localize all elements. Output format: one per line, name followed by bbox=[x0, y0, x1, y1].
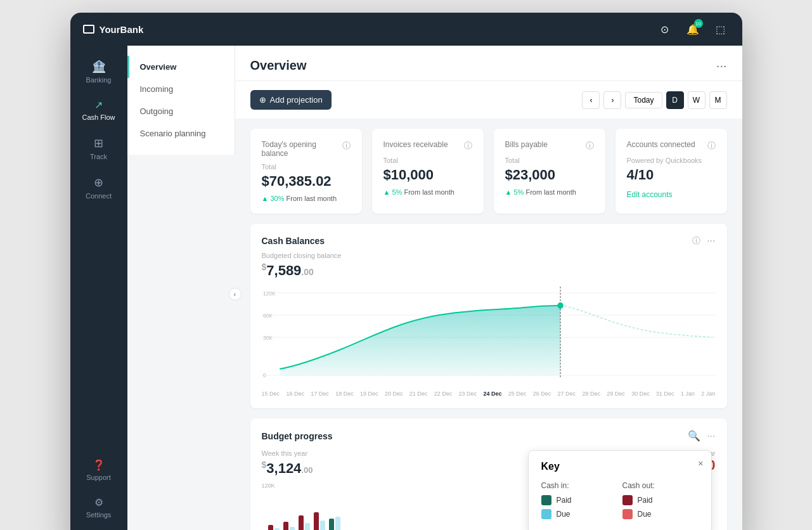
key-cash-in-due: Due bbox=[541, 509, 617, 519]
track-icon: ⊞ bbox=[94, 136, 103, 150]
svg-rect-14 bbox=[299, 515, 304, 530]
stat-change-1: ▲ 5% From last month bbox=[383, 188, 472, 196]
stat-info-icon-0[interactable]: ⓘ bbox=[342, 140, 351, 152]
sidebar-item-settings[interactable]: ⚙ Settings bbox=[75, 490, 123, 525]
stat-card-accounts: Accounts connected ⓘ Powered by Quickboo… bbox=[615, 129, 727, 214]
cash-out-due-swatch bbox=[622, 509, 633, 519]
svg-rect-19 bbox=[335, 517, 340, 530]
page-header: Overview ··· bbox=[235, 46, 742, 81]
chart-x-labels: 15 Dec 16 Dec 17 Dec 18 Dec 19 Dec 20 De… bbox=[262, 391, 716, 397]
sidebar: 🏦 Banking ↗ Cash Flow ⊞ Track ⊕ Connect … bbox=[70, 46, 127, 530]
stat-info-icon-2[interactable]: ⓘ bbox=[586, 140, 594, 152]
prev-arrow-btn[interactable]: ‹ bbox=[582, 91, 600, 109]
view-m-button[interactable]: M bbox=[709, 91, 727, 109]
stat-value-2: $23,000 bbox=[505, 167, 594, 183]
budget-header: Budget progress 🔍 ··· bbox=[262, 430, 716, 442]
subnav-collapse-btn[interactable]: ‹ bbox=[229, 288, 242, 301]
subnav-overview[interactable]: Overview bbox=[127, 56, 235, 78]
help-icon-btn[interactable]: ⊙ bbox=[656, 20, 674, 38]
sidebar-item-track[interactable]: ⊞ Track bbox=[75, 130, 123, 167]
logout-icon-btn[interactable]: ⬚ bbox=[712, 20, 730, 38]
svg-rect-15 bbox=[305, 523, 310, 530]
cash-out-due-label: Due bbox=[638, 510, 652, 519]
topbar-icons: ⊙ 🔔 10 ⬚ bbox=[656, 20, 730, 38]
today-button[interactable]: Today bbox=[625, 92, 662, 108]
stat-info-icon-1[interactable]: ⓘ bbox=[464, 140, 472, 152]
cash-balances-section: Cash Balances ⓘ ··· Budgeted closing bal… bbox=[250, 224, 727, 408]
budget-search-icon[interactable]: 🔍 bbox=[688, 430, 700, 442]
edit-accounts-link[interactable]: Edit accounts bbox=[627, 190, 673, 199]
notifications-icon-btn[interactable]: 🔔 10 bbox=[684, 20, 702, 38]
subnav-incoming[interactable]: Incoming bbox=[127, 78, 235, 100]
sidebar-item-support[interactable]: ❓ Support bbox=[75, 453, 123, 488]
view-d-button[interactable]: D bbox=[666, 91, 684, 109]
sidebar-item-cashflow[interactable]: ↗ Cash Flow bbox=[75, 93, 123, 127]
sidebar-label-support: Support bbox=[86, 474, 111, 481]
stat-label-2: Total bbox=[505, 157, 594, 164]
connect-icon: ⊕ bbox=[94, 176, 103, 190]
page-more-btn[interactable]: ··· bbox=[716, 58, 727, 73]
area-chart-svg: 120K 60K 30K 0 bbox=[262, 287, 716, 388]
chart-more-btn[interactable]: ··· bbox=[707, 235, 715, 247]
stat-card-bills: Bills payable ⓘ Total $23,000 ▲ 5% From … bbox=[494, 129, 605, 214]
sidebar-label-banking: Banking bbox=[86, 76, 112, 84]
svg-rect-11 bbox=[274, 528, 280, 530]
cashflow-icon: ↗ bbox=[94, 99, 103, 111]
subnav: Overview Incoming Outgoing Scenario plan… bbox=[127, 46, 235, 155]
svg-text:30K: 30K bbox=[262, 335, 272, 341]
budget-week-label: Week this year bbox=[262, 449, 313, 457]
cash-out-paid-label: Paid bbox=[638, 496, 653, 505]
support-icon: ❓ bbox=[93, 459, 105, 471]
stat-value-3: 4/10 bbox=[627, 167, 716, 183]
subnav-scenario-planning[interactable]: Scenario planning bbox=[127, 122, 235, 145]
budget-bars-svg bbox=[262, 490, 512, 530]
stat-label-1: Total bbox=[383, 157, 472, 164]
budget-week-value: $3,124.00 bbox=[262, 460, 313, 477]
stat-value-0: $70,385.02 bbox=[262, 173, 351, 190]
stat-change-0: ▲ 30% From last month bbox=[262, 195, 351, 202]
main-layout: 🏦 Banking ↗ Cash Flow ⊞ Track ⊕ Connect … bbox=[70, 46, 742, 530]
app-logo: YourBank bbox=[83, 24, 144, 35]
key-popup-title: Key bbox=[541, 461, 699, 472]
settings-icon: ⚙ bbox=[94, 496, 103, 508]
stat-title-2: Bills payable bbox=[505, 140, 548, 149]
cash-in-label: Cash in: bbox=[541, 481, 617, 490]
cash-in-paid-label: Paid bbox=[557, 496, 572, 505]
content-area: Overview ··· ⊕ Add projection ‹ › Today … bbox=[235, 46, 742, 530]
key-cash-out-due: Due bbox=[622, 509, 699, 519]
budgeted-label: Budgeted closing balance bbox=[262, 252, 716, 259]
chart-info-icon[interactable]: ⓘ bbox=[692, 235, 700, 247]
key-popup: Key × Cash in: Paid Due bbox=[528, 450, 712, 530]
cash-in-paid-swatch bbox=[541, 495, 551, 505]
stat-title-0: Today's opening balance bbox=[262, 140, 342, 158]
cash-out-paid-swatch bbox=[622, 495, 633, 505]
stat-info-icon-3[interactable]: ⓘ bbox=[707, 140, 716, 152]
svg-rect-17 bbox=[320, 520, 325, 530]
budgeted-value: $7,589.00 bbox=[262, 262, 716, 279]
banking-icon: 🏦 bbox=[92, 60, 106, 74]
add-projection-icon: ⊕ bbox=[259, 95, 266, 105]
sidebar-label-connect: Connect bbox=[86, 192, 112, 200]
logo-icon bbox=[83, 25, 94, 34]
sidebar-item-banking[interactable]: 🏦 Banking bbox=[75, 53, 123, 90]
cash-out-label: Cash out: bbox=[622, 481, 699, 490]
stat-change-2: ▲ 5% From last month bbox=[505, 188, 594, 196]
view-w-button[interactable]: W bbox=[688, 91, 706, 109]
date-nav: ‹ › Today D W M bbox=[582, 91, 726, 109]
stat-card-invoices: Invoices receivable ⓘ Total $10,000 ▲ 5%… bbox=[372, 129, 484, 214]
stat-title-3: Accounts connected bbox=[627, 140, 695, 149]
budget-progress-section: Budget progress 🔍 ··· Week this year $3,… bbox=[250, 418, 727, 530]
svg-text:60K: 60K bbox=[262, 313, 272, 319]
add-projection-label: Add projection bbox=[270, 95, 323, 105]
page-title: Overview bbox=[250, 58, 307, 73]
add-projection-button[interactable]: ⊕ Add projection bbox=[250, 90, 332, 110]
subnav-outgoing[interactable]: Outgoing bbox=[127, 100, 235, 122]
next-arrow-btn[interactable]: › bbox=[603, 91, 621, 109]
key-cash-out-paid: Paid bbox=[622, 495, 699, 505]
svg-rect-10 bbox=[268, 525, 273, 530]
cash-balances-title: Cash Balances bbox=[262, 236, 325, 246]
key-popup-close-btn[interactable]: × bbox=[698, 458, 703, 469]
toolbar: ⊕ Add projection ‹ › Today D W M bbox=[235, 81, 742, 119]
budget-more-btn[interactable]: ··· bbox=[707, 430, 715, 442]
sidebar-item-connect[interactable]: ⊕ Connect bbox=[75, 169, 123, 206]
